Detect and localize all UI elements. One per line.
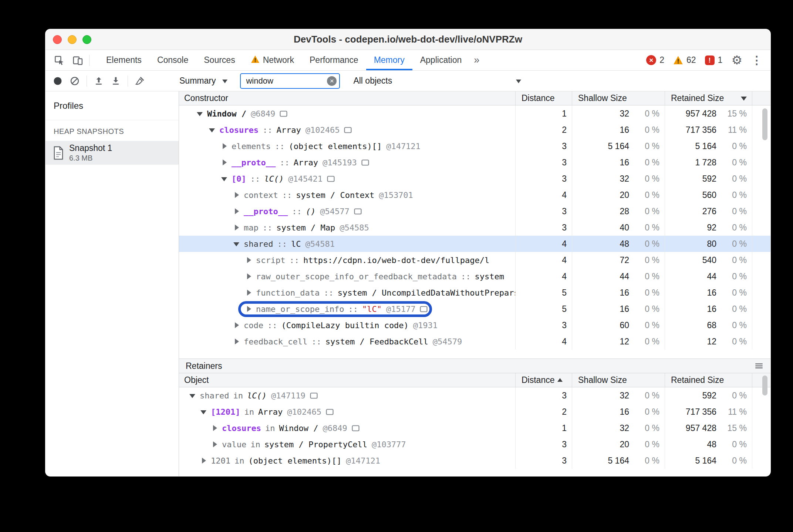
tree-row[interactable]: [1201] in Array @102465 2 16 0 % 717 356… (179, 404, 770, 420)
tab-memory[interactable]: Memory (366, 50, 412, 70)
disclosure-triangle[interactable] (233, 239, 241, 248)
close-window-button[interactable] (53, 35, 62, 44)
disclosure-triangle[interactable] (200, 407, 208, 416)
disclosure-triangle[interactable] (245, 256, 253, 265)
tree-row[interactable]: [0] :: lC() @145421 3 32 0 % 592 0 % (179, 171, 770, 187)
clear-profiles-icon[interactable] (66, 73, 83, 90)
reveal-object-icon[interactable] (280, 111, 287, 117)
disclosure-triangle[interactable] (233, 321, 241, 330)
scrollbar-thumb[interactable] (762, 376, 767, 395)
column-header-retained-size[interactable]: Retained Size (665, 91, 752, 105)
tab-label: Memory (374, 55, 405, 65)
issues-badge[interactable]: ! 1 (705, 55, 723, 65)
tree-row[interactable]: raw_outer_scope_info_or_feedback_metadat… (179, 268, 770, 284)
column-header-shallow-size[interactable]: Shallow Size (572, 91, 665, 105)
tree-row[interactable]: shared in lC() @147119 3 32 0 % 592 0 % (179, 387, 770, 404)
console-warnings-badge[interactable]: 62 (673, 55, 696, 65)
reveal-object-icon[interactable] (327, 176, 335, 182)
snapshot-item[interactable]: Snapshot 1 6.3 MB (45, 141, 179, 165)
sort-descending-icon (741, 97, 747, 104)
reveal-object-icon[interactable] (361, 159, 369, 166)
minimize-window-button[interactable] (68, 35, 77, 44)
tree-row[interactable]: closures in Window / @6849 1 32 0 % 957 … (179, 420, 770, 436)
tree-row[interactable]: shared :: lC @54581 4 48 0 % 80 0 % (179, 236, 770, 252)
tab-application[interactable]: Application (412, 50, 470, 70)
column-header-distance[interactable]: Distance (515, 373, 572, 387)
tab-elements[interactable]: Elements (98, 50, 149, 70)
disclosure-triangle[interactable] (220, 174, 229, 183)
reveal-object-icon[interactable] (420, 306, 428, 312)
row-gutter (752, 252, 770, 268)
tab-sources[interactable]: Sources (196, 50, 243, 70)
reveal-object-icon[interactable] (352, 425, 360, 431)
row-retained-size: 92 (707, 223, 716, 233)
clear-all-broom-icon[interactable] (131, 73, 148, 90)
inspect-element-icon[interactable] (50, 50, 68, 70)
row-gutter (752, 452, 770, 469)
disclosure-triangle[interactable] (245, 304, 253, 313)
column-header-retained-size[interactable]: Retained Size (665, 373, 752, 387)
tree-row[interactable]: feedback_cell :: system / FeedbackCell @… (179, 333, 770, 350)
disclosure-triangle[interactable] (208, 125, 216, 134)
disclosure-triangle[interactable] (196, 109, 204, 118)
disclosure-triangle[interactable] (189, 391, 197, 400)
row-retained-size: 592 (702, 391, 716, 401)
scrollbar-thumb[interactable] (762, 108, 767, 140)
column-header-distance[interactable]: Distance (515, 91, 572, 105)
column-header-shallow-size[interactable]: Shallow Size (572, 373, 665, 387)
disclosure-triangle[interactable] (211, 440, 219, 449)
tree-row[interactable]: function_data :: system / UncompiledData… (179, 284, 770, 301)
tab-network[interactable]: Network (243, 50, 302, 70)
perspective-select[interactable]: Summary (176, 76, 230, 86)
disclosure-triangle[interactable] (233, 223, 241, 232)
reveal-object-icon[interactable] (344, 127, 352, 133)
disclosure-triangle[interactable] (233, 191, 241, 199)
reveal-object-icon[interactable] (310, 393, 318, 399)
disclosure-triangle[interactable] (245, 272, 253, 281)
row-distance: 3 (515, 317, 572, 333)
disclosure-triangle[interactable] (211, 424, 219, 432)
disclosure-triangle[interactable] (200, 456, 208, 465)
tree-row[interactable]: __proto__ :: () @54577 3 28 0 % 276 0 % (179, 203, 770, 219)
tree-row[interactable]: code :: (CompileLazy builtin code) @1931… (179, 317, 770, 333)
tree-row[interactable]: script :: https://cdpn.io/web-dot-dev/fu… (179, 252, 770, 268)
reveal-object-icon[interactable] (354, 208, 362, 215)
disclosure-triangle[interactable] (220, 142, 229, 151)
tab-console[interactable]: Console (149, 50, 196, 70)
row-shallow-percent: 0 % (629, 272, 665, 282)
tree-row[interactable]: name_or_scope_info :: "lC" @15177 5 16 0… (179, 301, 770, 317)
tree-row[interactable]: closures :: Array @102465 2 16 0 % 717 3… (179, 122, 770, 138)
load-profile-icon[interactable] (90, 73, 107, 90)
column-header-constructor[interactable]: Constructor (179, 91, 515, 105)
object-scope-select[interactable]: All objects (349, 76, 526, 86)
row-distance: 3 (515, 387, 572, 404)
record-heap-snapshot-icon[interactable] (49, 73, 66, 90)
row-name-cell: value in system / PropertyCell @103777 (179, 436, 515, 452)
tree-row[interactable]: __proto__ :: Array @145193 3 16 0 % 1 72… (179, 154, 770, 171)
tree-row[interactable]: elements :: (object elements)[] @147121 … (179, 138, 770, 154)
row-shallow-cell: 32 0 % (572, 105, 665, 122)
disclosure-triangle[interactable] (220, 158, 229, 167)
tab-performance[interactable]: Performance (302, 50, 366, 70)
column-header-object[interactable]: Object (179, 373, 515, 387)
retainers-menu-icon[interactable] (754, 361, 764, 371)
row-name-cell: map :: system / Map @54585 (179, 219, 515, 236)
disclosure-triangle[interactable] (245, 288, 253, 297)
disclosure-triangle[interactable] (233, 207, 241, 216)
more-options-kebab-icon[interactable]: ⋮ (751, 54, 762, 67)
tree-row[interactable]: Window / @6849 1 32 0 % 957 428 15 % (179, 105, 770, 122)
more-tabs-button[interactable]: » (469, 50, 484, 70)
tree-row[interactable]: map :: system / Map @54585 3 40 0 % 92 0… (179, 219, 770, 236)
settings-gear-icon[interactable]: ⚙ (731, 53, 742, 67)
class-filter-input[interactable] (240, 73, 340, 89)
tree-row[interactable]: value in system / PropertyCell @103777 3… (179, 436, 770, 452)
console-errors-badge[interactable]: × 2 (646, 55, 664, 65)
reveal-object-icon[interactable] (326, 409, 334, 415)
tree-row[interactable]: 1201 in (object elements)[] @147121 3 5 … (179, 452, 770, 469)
disclosure-triangle[interactable] (233, 337, 241, 346)
zoom-window-button[interactable] (82, 35, 91, 44)
clear-search-icon[interactable]: × (327, 76, 337, 86)
save-profile-icon[interactable] (107, 73, 124, 90)
tree-row[interactable]: context :: system / Context @153701 4 20… (179, 187, 770, 203)
device-toolbar-icon[interactable] (68, 50, 87, 70)
